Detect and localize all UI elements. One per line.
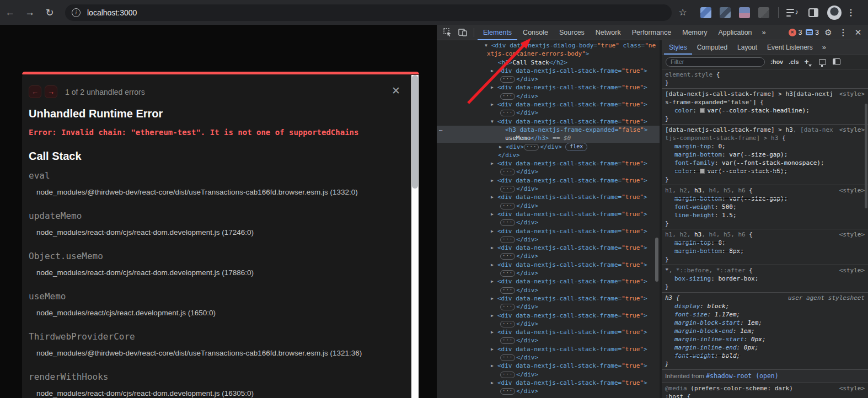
devtools-tab-memory[interactable]: Memory: [677, 25, 712, 40]
collapsed-content-icon[interactable]: ···: [500, 388, 515, 395]
color-swatch[interactable]: [700, 108, 705, 113]
css-declaration[interactable]: font-weight: 500;: [665, 203, 865, 211]
elements-tree-node[interactable]: ▶<div data-nextjs-call-stack-frame="true…: [437, 67, 660, 75]
expand-arrow-icon[interactable]: ▶: [491, 277, 497, 286]
elements-tree-node[interactable]: ▶<div data-nextjs-call-stack-frame="true…: [437, 193, 660, 201]
expand-arrow-icon[interactable]: ▶: [499, 143, 506, 151]
device-toolbar-icon[interactable]: [458, 28, 468, 37]
collapse-arrow-icon[interactable]: ▼: [485, 41, 491, 50]
elements-tree-node[interactable]: ▶<div data-nextjs-call-stack-frame="true…: [437, 159, 660, 168]
devtools-tab-sources[interactable]: Sources: [554, 25, 590, 40]
elements-tree-node[interactable]: ▼<div data-nextjs-call-stack-frame="true…: [437, 117, 660, 126]
devtools-close-icon[interactable]: ✕: [853, 28, 864, 37]
reload-button[interactable]: ↻: [40, 7, 60, 19]
elements-tree-node[interactable]: ···</div>: [437, 303, 660, 311]
rule-selector[interactable]: h1, h2, h3, h4, h5, h6 {: [665, 186, 865, 195]
css-declaration[interactable]: font-weight: bold;: [665, 352, 865, 360]
style-rule[interactable]: <style>*, *::before, *::after {box-sizin…: [662, 265, 868, 293]
elements-tree-node[interactable]: ▶<div data-nextjs-call-stack-frame="true…: [437, 100, 660, 109]
elements-tree-node[interactable]: </div>: [437, 151, 660, 159]
collapsed-content-icon[interactable]: ···: [500, 337, 515, 344]
stylesheet-origin-link[interactable]: user agent stylesheet: [788, 294, 865, 302]
more-sidebar-tabs-icon[interactable]: »: [818, 43, 831, 51]
collapse-arrow-icon[interactable]: ▼: [491, 117, 497, 126]
devtools-tab-performance[interactable]: Performance: [626, 25, 677, 40]
node-menu-icon[interactable]: ⋯: [439, 126, 443, 135]
collapsed-content-icon[interactable]: ···: [500, 186, 515, 192]
stack-frame[interactable]: useMemonode_modules/react/cjs/react.deve…: [29, 291, 387, 318]
elements-tree-node[interactable]: ···</div>: [437, 387, 660, 395]
collapsed-content-icon[interactable]: ···: [500, 219, 515, 226]
site-info-icon[interactable]: i: [72, 8, 81, 17]
elements-tree-node[interactable]: ▶<div data-nextjs-call-stack-frame="true…: [437, 277, 660, 286]
rule-selector[interactable]: h1, h2, h3, h4, h5, h6 {: [665, 230, 865, 239]
styles-tab-layout[interactable]: Layout: [732, 40, 762, 55]
overlay-scrollbar[interactable]: [411, 75, 419, 398]
expand-arrow-icon[interactable]: ▶: [491, 379, 497, 387]
css-declaration[interactable]: font-family: var(--font-stack-monospace)…: [665, 159, 865, 167]
css-declaration[interactable]: margin-top: 0;: [665, 142, 865, 150]
elements-tree-node[interactable]: ···</div>: [437, 109, 660, 117]
css-declaration[interactable]: margin-top: 0;: [665, 239, 865, 247]
close-overlay-icon[interactable]: ✕: [392, 84, 400, 97]
elements-tree-node[interactable]: ▶<div data-nextjs-call-stack-frame="true…: [437, 176, 660, 185]
elements-tree-node[interactable]: ···</div>: [437, 353, 660, 362]
expand-arrow-icon[interactable]: ▶: [491, 83, 497, 92]
devtools-tab-network[interactable]: Network: [590, 25, 626, 40]
elements-scrollbar-thumb[interactable]: [655, 238, 658, 282]
expand-arrow-icon[interactable]: ▶: [491, 311, 497, 320]
elements-tree-node[interactable]: xtjs-container-errors-body">: [437, 50, 660, 58]
collapsed-content-icon[interactable]: ···: [500, 169, 515, 175]
style-rule[interactable]: <style>h1, h2, h3, h4, h5, h6 {margin-to…: [662, 229, 868, 265]
collapsed-content-icon[interactable]: ···: [500, 110, 515, 116]
forward-button[interactable]: →: [20, 7, 40, 18]
media-controls-icon[interactable]: ♪: [786, 8, 800, 18]
style-rule[interactable]: user agent stylesheeth3 {display: block;…: [662, 293, 868, 370]
expand-arrow-icon[interactable]: ▶: [491, 176, 497, 185]
browser-menu-icon[interactable]: ⋮: [842, 7, 860, 18]
collapsed-content-icon[interactable]: ···: [500, 253, 515, 260]
elements-tree-node[interactable]: ▶<div data-nextjs-call-stack-frame="true…: [437, 328, 660, 336]
style-rule[interactable]: <style>[data-nextjs-call-stack-frame] > …: [662, 125, 868, 185]
elements-tree-node[interactable]: ···</div>: [437, 269, 660, 277]
collapsed-content-icon[interactable]: ···: [500, 270, 515, 277]
elements-tree-node[interactable]: ▶<div data-nextjs-call-stack-frame="true…: [437, 210, 660, 218]
inspect-element-icon[interactable]: [443, 28, 452, 37]
devtools-menu-icon[interactable]: ⋮: [838, 28, 849, 37]
elements-tree-node[interactable]: ···</div>: [437, 202, 660, 210]
rule-selector[interactable]: :host {: [665, 392, 865, 398]
css-declaration[interactable]: margin-bottom: var(--size-gap);: [665, 150, 865, 159]
css-declaration[interactable]: margin-inline-end: 0px;: [665, 343, 865, 352]
styles-tab-styles[interactable]: Styles: [664, 40, 692, 55]
elements-tree-node[interactable]: ···</div>: [437, 92, 660, 100]
stack-frame[interactable]: renderWithHooksnode_modules/react-dom/cj…: [29, 372, 387, 398]
elements-tree-node[interactable]: ▶<div data-nextjs-call-stack-frame="true…: [437, 311, 660, 320]
elements-tree-node[interactable]: ···</div>: [437, 75, 660, 83]
elements-tree-node[interactable]: useMemo</h3> == $0: [437, 134, 660, 142]
computed-sidebar-toggle-icon[interactable]: [833, 58, 840, 65]
elements-tree-node[interactable]: ▶<div>···</div>flex: [437, 143, 660, 151]
devtools-settings-icon[interactable]: ⚙: [823, 28, 834, 37]
elements-tree-node[interactable]: ···</div>: [437, 218, 660, 227]
rule-selector[interactable]: [data-nextjs-call-stack-frame] > h3[data…: [665, 90, 865, 106]
expand-arrow-icon[interactable]: ▶: [491, 328, 497, 336]
style-rule[interactable]: <style>@media (prefers-color-scheme: dar…: [662, 383, 868, 398]
devtools-tab-elements[interactable]: Elements: [478, 25, 517, 40]
css-declaration[interactable]: line-height: 1.5;: [665, 211, 865, 219]
stack-frame[interactable]: updateMemonode_modules/react-dom/cjs/rea…: [29, 211, 387, 237]
elements-tree-node[interactable]: <h2>Call Stack</h2>: [437, 58, 660, 67]
css-declaration[interactable]: box-sizing: border-box;: [665, 275, 865, 283]
elements-tree-node[interactable]: ▶<div data-nextjs-call-stack-frame="true…: [437, 83, 660, 92]
rule-selector[interactable]: element.style {: [665, 71, 865, 79]
side-panel-icon[interactable]: [808, 8, 818, 17]
expand-arrow-icon[interactable]: ▶: [491, 244, 497, 252]
elements-tree-node[interactable]: ···</div>: [437, 168, 660, 176]
elements-tree-node[interactable]: ▶<div data-nextjs-call-stack-frame="true…: [437, 244, 660, 252]
elements-tree-node[interactable]: ···</div>: [437, 252, 660, 260]
collapsed-content-icon[interactable]: ···: [500, 203, 515, 209]
expand-arrow-icon[interactable]: ▶: [491, 159, 497, 168]
elements-tree-node[interactable]: ⋯<h3 data-nextjs-frame-expanded="false">: [437, 126, 660, 134]
elements-tree-node[interactable]: ···</div>: [437, 336, 660, 345]
stylesheet-origin-link[interactable]: <style>: [839, 90, 865, 98]
stack-frame[interactable]: ThirdwebProviderCorenode_modules/@thirdw…: [29, 331, 387, 358]
